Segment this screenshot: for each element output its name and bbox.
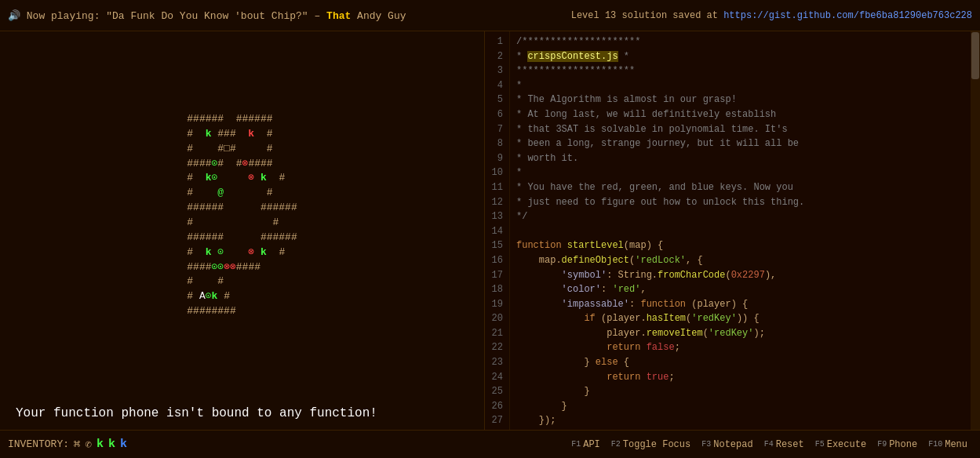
that-text: That	[326, 10, 351, 22]
api-label: API	[583, 439, 600, 450]
toolbar-execute[interactable]: F5 Execute	[811, 438, 871, 452]
speaker-icon: 🔊	[8, 10, 20, 22]
line-numbers: 1234567891011121314151617181920212223242…	[485, 31, 510, 430]
scrollbar[interactable]	[971, 31, 980, 430]
inventory: INVENTORY: ⌘ ✆ k k k	[8, 438, 127, 451]
f9-key: F9	[877, 440, 887, 449]
level-info: Level 13 solution saved at https://gist.…	[571, 10, 972, 21]
toolbar-phone[interactable]: F9 Phone	[873, 438, 922, 452]
toolbar-reset[interactable]: F4 Reset	[760, 438, 809, 452]
now-playing-text: Now playing: "Da Funk Do You Know 'bout …	[27, 10, 406, 22]
top-bar: 🔊 Now playing: "Da Funk Do You Know 'bou…	[0, 0, 980, 31]
code-content[interactable]: /********************* * crispsContest.j…	[510, 31, 971, 430]
f1-key: F1	[571, 440, 581, 449]
bottom-bar: INVENTORY: ⌘ ✆ k k k F1 API F2 Toggle Fo…	[0, 430, 980, 458]
inventory-green-key-2: k	[108, 438, 115, 451]
scrollbar-thumb[interactable]	[971, 32, 979, 79]
f10-key: F10	[928, 440, 942, 449]
execute-label: Execute	[827, 439, 866, 450]
toolbar-menu[interactable]: F10 Menu	[924, 438, 972, 452]
f5-key: F5	[815, 440, 825, 449]
reset-label: Reset	[776, 439, 804, 450]
inventory-blue-key: k	[120, 438, 127, 451]
toolbar: F1 API F2 Toggle Focus F3 Notepad F4 Res…	[567, 438, 972, 452]
inventory-cmd-icon: ⌘	[74, 438, 80, 451]
menu-label: Menu	[945, 439, 967, 450]
code-editor[interactable]: 1234567891011121314151617181920212223242…	[485, 31, 980, 430]
main-content: ###### ###### # k ### k # # #□# # ####⊙#…	[0, 31, 980, 430]
toolbar-toggle-focus[interactable]: F2 Toggle Focus	[607, 438, 695, 452]
inventory-green-key: k	[97, 438, 104, 451]
gist-link[interactable]: https://gist.github.com/fbe6ba81290eb763…	[723, 10, 972, 21]
inventory-label: INVENTORY:	[8, 438, 69, 450]
f4-key: F4	[764, 440, 774, 449]
code-panel[interactable]: 1234567891011121314151617181920212223242…	[485, 31, 980, 430]
notepad-label: Notepad	[713, 439, 752, 450]
game-canvas: ###### ###### # k ### k # # #□# # ####⊙#…	[0, 31, 484, 400]
now-playing: 🔊 Now playing: "Da Funk Do You Know 'bou…	[8, 9, 406, 22]
phone-label: Phone	[889, 439, 917, 450]
toggle-focus-label: Toggle Focus	[623, 439, 690, 450]
game-message: Your function phone isn't bound to any f…	[0, 400, 484, 430]
game-panel: ###### ###### # k ### k # # #□# # ####⊙#…	[0, 31, 485, 430]
f3-key: F3	[701, 440, 711, 449]
toolbar-notepad[interactable]: F3 Notepad	[697, 438, 757, 452]
f2-key: F2	[611, 440, 621, 449]
inventory-phone-icon: ✆	[85, 438, 91, 451]
toolbar-api[interactable]: F1 API	[567, 438, 605, 452]
